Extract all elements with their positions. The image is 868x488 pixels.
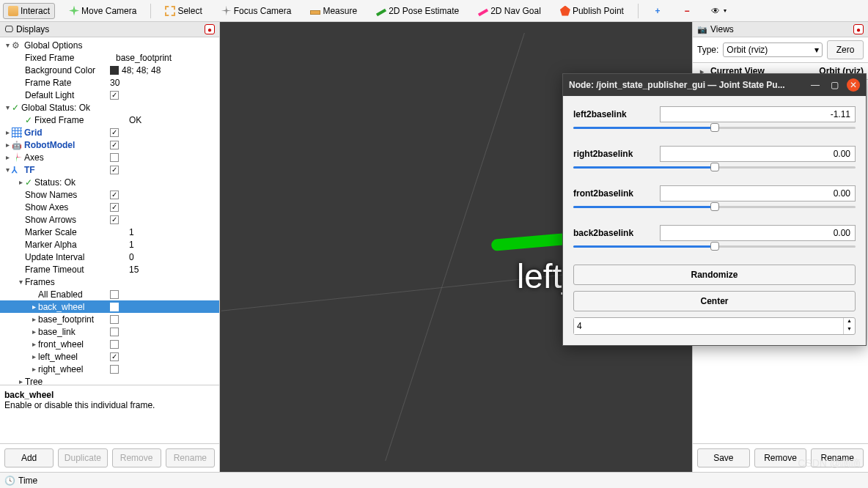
frame-checkbox[interactable] <box>110 328 119 336</box>
tf-tree-row[interactable]: ▸Tree <box>0 375 219 385</box>
interact-button[interactable]: Interact <box>3 3 55 19</box>
bg-color-row[interactable]: Background Color48; 48; 48 <box>0 64 219 76</box>
expand-icon[interactable]: ▸ <box>16 377 25 385</box>
remove-button[interactable]: Remove <box>112 448 161 467</box>
2d-nav-button[interactable]: 2D Nav Goal <box>473 3 546 19</box>
move-camera-button[interactable]: Move Camera <box>64 3 141 19</box>
show-axes-checkbox[interactable] <box>110 203 119 212</box>
add-tool-button[interactable]: + <box>647 3 668 19</box>
rate-spinbox[interactable]: ▲▼ <box>573 317 856 335</box>
minimize-button[interactable]: — <box>809 78 822 92</box>
show-arrows-checkbox[interactable] <box>110 215 119 224</box>
publish-point-button[interactable]: Publish Point <box>555 3 629 19</box>
view-type-select[interactable]: Orbit (rviz)▾ <box>723 42 823 57</box>
tf-row[interactable]: ▾TF <box>0 163 219 176</box>
frame-timeout-row[interactable]: Frame Timeout15 <box>0 263 219 276</box>
add-button[interactable]: Add <box>4 448 54 467</box>
joint-slider[interactable] <box>573 162 856 172</box>
close-icon[interactable]: ● <box>205 24 215 34</box>
randomize-button[interactable]: Randomize <box>573 265 856 285</box>
frame-checkbox[interactable] <box>110 365 119 374</box>
show-names-row[interactable]: Show Names <box>0 188 219 201</box>
expand-icon[interactable]: ▸ <box>16 178 25 186</box>
frame-checkbox[interactable] <box>110 303 119 311</box>
frame-base-link-row[interactable]: ▸base_link <box>0 325 219 338</box>
all-enabled-checkbox[interactable] <box>110 290 119 299</box>
slider-thumb[interactable] <box>710 202 719 211</box>
displays-tree[interactable]: ▾Global Options Fixed Framebase_footprin… <box>0 37 219 385</box>
frame-left-wheel-row[interactable]: ▸left_wheel <box>0 350 219 363</box>
robotmodel-checkbox[interactable] <box>110 141 119 149</box>
fixed-frame-row[interactable]: Fixed Framebase_footprint <box>0 51 219 64</box>
global-status-row[interactable]: ▾Global Status: Ok <box>0 101 219 114</box>
expand-icon[interactable]: ▸ <box>3 153 12 161</box>
joint-slider[interactable] <box>573 202 856 212</box>
show-arrows-row[interactable]: Show Arrows <box>0 213 219 226</box>
grid-checkbox[interactable] <box>110 128 119 137</box>
expand-icon[interactable]: ▸ <box>29 352 38 361</box>
tf-status-row[interactable]: ▸Status: Ok <box>0 176 219 188</box>
slider-thumb[interactable] <box>710 123 719 132</box>
jsp-titlebar[interactable]: Node: /joint_state_publisher_gui — Joint… <box>563 74 866 96</box>
expand-icon[interactable]: ▸ <box>29 328 38 336</box>
center-button[interactable]: Center <box>573 291 856 311</box>
frame-checkbox[interactable] <box>110 340 119 349</box>
focus-camera-button[interactable]: Focus Camera <box>216 3 297 19</box>
frame-rate-row[interactable]: Frame Rate30 <box>0 76 219 89</box>
remove-tool-button[interactable]: − <box>677 3 697 19</box>
joint-slider[interactable] <box>573 241 856 251</box>
robotmodel-row[interactable]: ▸RobotModel <box>0 138 219 151</box>
joint-value[interactable]: 0.00 <box>660 185 856 202</box>
visibility-button[interactable]: ▾ <box>706 3 732 19</box>
all-enabled-row[interactable]: All Enabled <box>0 288 219 300</box>
remove-button[interactable]: Remove <box>754 448 807 467</box>
frame-back-wheel-row[interactable]: ▸back_wheel <box>0 300 219 313</box>
default-light-row[interactable]: Default Light <box>0 89 219 101</box>
show-axes-row[interactable]: Show Axes <box>0 201 219 213</box>
select-button[interactable]: Select <box>160 3 207 19</box>
zero-button[interactable]: Zero <box>827 40 864 59</box>
grid-row[interactable]: ▸Grid <box>0 126 219 138</box>
expand-icon[interactable]: ▸ <box>3 141 12 149</box>
joint-value[interactable]: 0.00 <box>660 225 856 241</box>
global-options-row[interactable]: ▾Global Options <box>0 39 219 51</box>
frames-row[interactable]: ▾Frames <box>0 276 219 288</box>
rate-input[interactable] <box>574 318 843 334</box>
rename-button[interactable]: Rename <box>166 448 215 467</box>
rename-button[interactable]: Rename <box>811 448 864 467</box>
close-button[interactable]: ✕ <box>847 78 860 92</box>
slider-thumb[interactable] <box>710 242 719 251</box>
spin-down-icon[interactable]: ▼ <box>844 326 855 334</box>
axes-row[interactable]: ▸Axes <box>0 151 219 163</box>
default-light-checkbox[interactable] <box>110 91 119 100</box>
expand-icon[interactable]: ▸ <box>29 315 38 323</box>
close-icon[interactable]: ● <box>853 24 864 34</box>
joint-value[interactable]: 0.00 <box>660 146 856 162</box>
axes-checkbox[interactable] <box>110 153 119 162</box>
marker-scale-row[interactable]: Marker Scale1 <box>0 226 219 238</box>
fixed-frame-status-row[interactable]: Fixed FrameOK <box>0 114 219 126</box>
expand-icon[interactable]: ▸ <box>29 340 38 348</box>
expand-icon[interactable]: ▾ <box>3 103 12 111</box>
expand-icon[interactable]: ▸ <box>29 365 38 373</box>
frame-checkbox[interactable] <box>110 352 119 361</box>
2d-pose-button[interactable]: 2D Pose Estimate <box>371 3 464 19</box>
frame-right-wheel-row[interactable]: ▸right_wheel <box>0 363 219 375</box>
joint-value[interactable]: -1.11 <box>660 106 856 122</box>
frame-base-footprint-row[interactable]: ▸base_footprint <box>0 313 219 325</box>
maximize-button[interactable]: ▢ <box>828 78 841 92</box>
marker-alpha-row[interactable]: Marker Alpha1 <box>0 238 219 251</box>
expand-icon[interactable]: ▸ <box>3 128 12 136</box>
slider-thumb[interactable] <box>710 163 719 171</box>
spin-up-icon[interactable]: ▲ <box>844 318 855 326</box>
expand-icon[interactable]: ▾ <box>3 166 12 174</box>
joint-slider[interactable] <box>573 122 856 133</box>
frame-front-wheel-row[interactable]: ▸front_wheel <box>0 338 219 350</box>
expand-icon[interactable]: ▸ <box>29 303 38 311</box>
save-button[interactable]: Save <box>697 448 750 467</box>
frame-checkbox[interactable] <box>110 315 119 324</box>
duplicate-button[interactable]: Duplicate <box>58 448 107 467</box>
measure-button[interactable]: Measure <box>305 3 362 19</box>
expand-icon[interactable]: ▾ <box>3 41 12 49</box>
show-names-checkbox[interactable] <box>110 191 119 199</box>
